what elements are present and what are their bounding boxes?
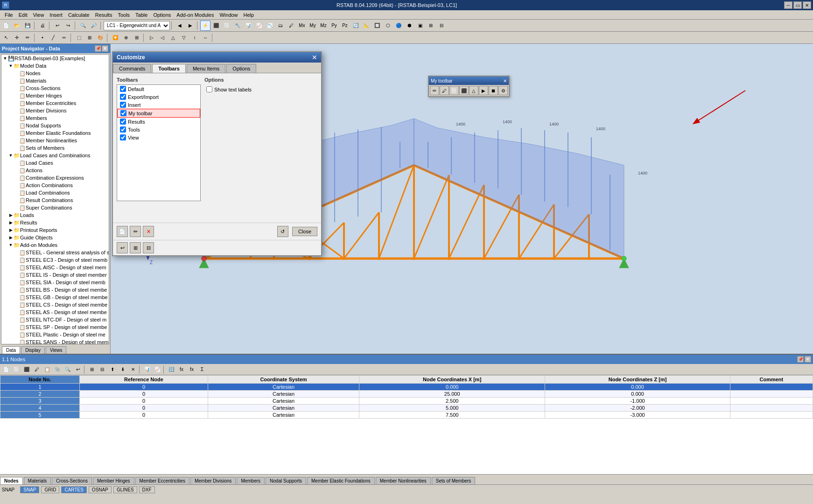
menu-item-view[interactable]: View bbox=[30, 11, 47, 19]
dialog-tab-toolbars[interactable]: Toolbars bbox=[152, 64, 186, 73]
toolbars-list[interactable]: DefaultExport/ImportInsertMy toolbarResu… bbox=[117, 84, 201, 201]
tree-expand-icon[interactable]: ▶ bbox=[8, 220, 14, 225]
tbl-btn6[interactable]: 📎 bbox=[52, 364, 63, 375]
open-btn[interactable]: 📂 bbox=[12, 21, 22, 31]
dim6[interactable]: ↔ bbox=[200, 33, 210, 43]
menu-item-calculate[interactable]: Calculate bbox=[65, 11, 92, 19]
btn3[interactable]: 🔧 bbox=[232, 21, 243, 31]
tree-item[interactable]: 📋Load Cases bbox=[1, 159, 109, 167]
btn20[interactable]: ▣ bbox=[415, 21, 425, 31]
status-snap-btn[interactable]: SNAP bbox=[20, 486, 39, 493]
status-glines-btn[interactable]: GLINES bbox=[113, 486, 137, 493]
render-btn[interactable]: 🎨 bbox=[95, 33, 105, 43]
tree-item[interactable]: 📋Nodal Supports bbox=[1, 122, 109, 129]
menu-item-file[interactable]: File bbox=[2, 11, 16, 19]
tree-item[interactable]: 📋Sets of Members bbox=[1, 144, 109, 152]
tree-expand-icon[interactable]: ▶ bbox=[8, 212, 14, 218]
tree-item[interactable]: 📋Members bbox=[1, 114, 109, 122]
ortho-btn[interactable]: ⊞ bbox=[84, 33, 95, 43]
btn4[interactable]: 📊 bbox=[243, 21, 253, 31]
btn17[interactable]: ⬡ bbox=[383, 21, 393, 31]
ft-square-btn[interactable]: ⬜ bbox=[449, 86, 459, 95]
rename-toolbar-btn[interactable]: ✏ bbox=[130, 226, 141, 237]
tree-item[interactable]: 📋Member Eccentricities bbox=[1, 99, 109, 107]
show-text-labels-checkbox[interactable] bbox=[206, 86, 212, 92]
tree-item[interactable]: 📋STEEL CS - Design of steel membe bbox=[1, 301, 109, 308]
nav-pin-btn[interactable]: 📌 bbox=[95, 45, 101, 52]
menu-item-results[interactable]: Results bbox=[92, 11, 115, 19]
commands-back-btn[interactable]: ↩ bbox=[117, 242, 128, 253]
nav-tab-views[interactable]: Views bbox=[46, 346, 67, 354]
bottom-tab-sets-of-members[interactable]: Sets of Members bbox=[432, 477, 476, 484]
toolbar-list-item[interactable]: Results bbox=[117, 118, 200, 126]
tree-item[interactable]: 📋STEEL SP - Design of steel membe bbox=[1, 323, 109, 331]
move-btn[interactable]: ✛ bbox=[12, 33, 22, 43]
menu-item-tools[interactable]: Tools bbox=[115, 11, 133, 19]
btn15[interactable]: 📐 bbox=[361, 21, 371, 31]
tbl-fx-btn[interactable]: fx bbox=[187, 364, 197, 375]
tree-item[interactable]: ▶📁Printout Reports bbox=[1, 226, 109, 234]
bottom-tab-nodes[interactable]: Nodes bbox=[0, 477, 23, 484]
tree-item[interactable]: 📋STEEL - General stress analysis of s bbox=[1, 249, 109, 256]
btn1[interactable]: ⬛ bbox=[211, 21, 221, 31]
btn9[interactable]: Mx bbox=[297, 21, 307, 31]
dim1[interactable]: ▷ bbox=[147, 33, 157, 43]
bottom-tab-member-eccentricities[interactable]: Member Eccentricities bbox=[135, 477, 189, 484]
toolbar-checkbox[interactable] bbox=[120, 134, 126, 140]
tree-expand-icon[interactable]: ▼ bbox=[8, 242, 14, 248]
tree-item[interactable]: 📋Result Combinations bbox=[1, 196, 109, 204]
ft-pen-btn[interactable]: 🖊 bbox=[440, 86, 449, 95]
status-grid-btn[interactable]: GRID bbox=[41, 486, 59, 493]
tree-item[interactable]: 📋STEEL AS - Design of steel membe bbox=[1, 308, 109, 316]
btn16[interactable]: 🔲 bbox=[372, 21, 382, 31]
tree-item[interactable]: 📋Combination Expressions bbox=[1, 174, 109, 182]
tree-item[interactable]: ▼📁Load Cases and Combinations bbox=[1, 152, 109, 159]
filt-btn[interactable]: 🔽 bbox=[110, 33, 120, 43]
tree-item[interactable]: 📋STEEL BS - Design of steel membe bbox=[1, 286, 109, 294]
tree-expand-icon[interactable]: ▶ bbox=[8, 235, 14, 240]
toolbar-list-item[interactable]: My toolbar bbox=[117, 109, 200, 118]
ft-stop-btn[interactable]: ⏹ bbox=[489, 86, 498, 95]
tbl-btn3[interactable]: ⬛ bbox=[21, 364, 32, 375]
status-dxf-btn[interactable]: DXF bbox=[139, 486, 155, 493]
tbl-btn11[interactable]: ⬆ bbox=[107, 364, 118, 375]
tree-item[interactable]: 📋Super Combinations bbox=[1, 204, 109, 211]
nav-prev-btn[interactable]: ◀ bbox=[175, 21, 185, 31]
btn18[interactable]: 🔵 bbox=[393, 21, 404, 31]
toolbar-list-item[interactable]: Default bbox=[117, 85, 200, 93]
ft-play-btn[interactable]: ▶ bbox=[479, 86, 488, 95]
ft-tri-btn[interactable]: △ bbox=[469, 86, 478, 95]
tbl-btn4[interactable]: 🖊 bbox=[32, 364, 42, 375]
btn2[interactable]: ⬜ bbox=[222, 21, 232, 31]
table-row[interactable]: 10Cartesian0.0000.000 bbox=[0, 384, 813, 391]
select-btn[interactable]: ↖ bbox=[1, 33, 11, 43]
grid-btn[interactable]: ⊞ bbox=[132, 33, 142, 43]
bottom-tab-member-nonlinearities[interactable]: Member Nonlinearities bbox=[376, 477, 431, 484]
show-text-labels-item[interactable]: Show text labels bbox=[204, 84, 317, 94]
tree-item[interactable]: 📋STEEL GB - Design of steel membe bbox=[1, 294, 109, 301]
toolbar-list-item[interactable]: Insert bbox=[117, 101, 200, 109]
toolbar-checkbox[interactable] bbox=[120, 94, 126, 100]
view3d-btn[interactable]: ⬚ bbox=[74, 33, 84, 43]
btn19[interactable]: ⬢ bbox=[404, 21, 414, 31]
remove-cmd-btn[interactable]: ⊟ bbox=[143, 242, 154, 253]
tbl-btn12[interactable]: ⬇ bbox=[118, 364, 128, 375]
ft-pencil-btn[interactable]: ✏ bbox=[430, 86, 439, 95]
node-btn[interactable]: • bbox=[37, 33, 48, 43]
tbl-btn14[interactable]: 📊 bbox=[142, 364, 152, 375]
delete-toolbar-btn[interactable]: ✕ bbox=[143, 226, 154, 237]
tbl-btn9[interactable]: ⊞ bbox=[87, 364, 97, 375]
tree-item[interactable]: 📋Nodes bbox=[1, 70, 109, 77]
tree-item[interactable]: 📋Cross-Sections bbox=[1, 84, 109, 92]
dialog-close-btn[interactable]: ✕ bbox=[312, 54, 317, 61]
tbl-btn8[interactable]: ↩ bbox=[73, 364, 83, 375]
new-toolbar-btn[interactable]: 📄 bbox=[117, 226, 128, 237]
tree-item[interactable]: 📋STEEL IS - Design of steel member bbox=[1, 271, 109, 279]
snap-btn[interactable]: ⊕ bbox=[121, 33, 131, 43]
tree-item[interactable]: 📋STEEL NTC-DF - Design of steel m bbox=[1, 316, 109, 323]
my-toolbar-close[interactable]: ✕ bbox=[503, 78, 507, 84]
tree-item[interactable]: 📋STEEL AISC - Design of steel mem bbox=[1, 264, 109, 271]
menu-item-add-on-modules[interactable]: Add-on Modules bbox=[174, 11, 217, 19]
tree-item[interactable]: 📋STEEL EC3 - Design of steel memb bbox=[1, 256, 109, 264]
tbl-btn2[interactable]: ⬜ bbox=[11, 364, 21, 375]
